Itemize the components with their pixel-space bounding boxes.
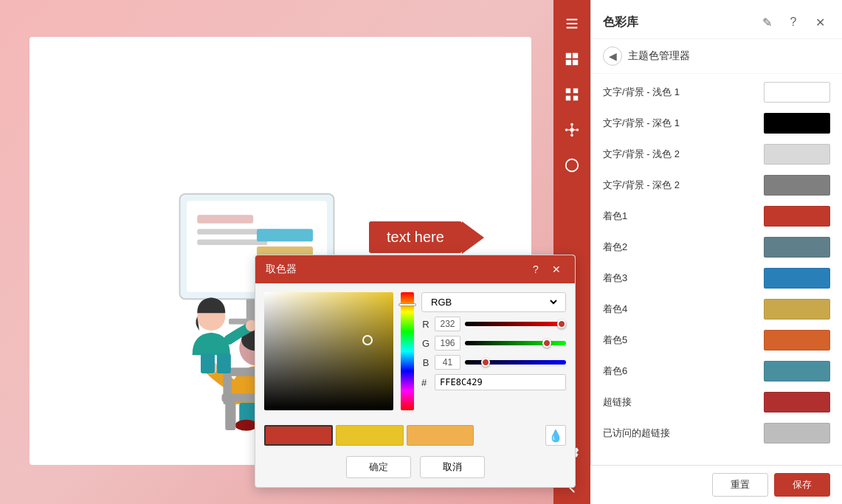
layout-btn[interactable] [557, 44, 587, 74]
grid-btn[interactable] [557, 80, 587, 109]
hash-label: # [421, 377, 430, 388]
color-swatch-8[interactable] [764, 330, 830, 351]
b-slider-thumb [481, 358, 490, 367]
color-row-1: 文字/背景 - 深色 1 [591, 108, 842, 139]
network-btn[interactable] [557, 115, 587, 145]
hex-row: # [421, 374, 566, 390]
color-row-0: 文字/背景 - 浅色 1 [591, 77, 842, 108]
g-value[interactable]: 196 [435, 336, 460, 351]
b-label: B [421, 357, 430, 368]
color-row-4: 着色1 [591, 201, 842, 232]
color-label-7: 着色4 [603, 303, 691, 316]
color-label-1: 文字/背景 - 深色 1 [603, 117, 691, 130]
color-label-11: 已访问的超链接 [603, 427, 691, 440]
svg-rect-18 [225, 402, 235, 430]
swatch-row: 💧 [255, 419, 575, 450]
svg-rect-5 [257, 229, 313, 241]
theme-back-btn[interactable]: ◀ [603, 46, 622, 66]
r-value[interactable]: 232 [435, 317, 460, 331]
swatch-red[interactable] [264, 425, 333, 446]
picker-controls: RGB HSL HSV HEX R 232 G 196 [421, 292, 566, 410]
svg-point-27 [570, 128, 574, 132]
save-button[interactable]: 保存 [774, 473, 830, 497]
color-swatch-7[interactable] [764, 299, 830, 320]
circle-btn[interactable] [557, 151, 587, 180]
g-slider-row: G 196 [421, 336, 566, 351]
color-label-4: 着色1 [603, 210, 691, 223]
svg-point-36 [566, 159, 579, 172]
color-row-6: 着色3 [591, 263, 842, 294]
color-label-8: 着色5 [603, 334, 691, 347]
svg-point-29 [576, 128, 579, 131]
picker-header: 取色器 ? ✕ [255, 255, 575, 283]
color-swatch-3[interactable] [764, 175, 830, 196]
color-swatch-4[interactable] [764, 206, 830, 227]
eyedropper-btn[interactable]: 💧 [545, 425, 566, 446]
close-icon-btn[interactable]: ✕ [810, 12, 830, 32]
picker-confirm-btn[interactable]: 确定 [346, 456, 411, 478]
hex-input[interactable] [435, 374, 566, 390]
hue-cursor [398, 303, 416, 306]
picker-cancel-btn[interactable]: 取消 [420, 456, 485, 478]
picker-footer: 确定 取消 [255, 450, 575, 487]
panel-footer: 重置 保存 [590, 465, 842, 504]
g-slider-thumb [542, 339, 551, 348]
color-row-8: 着色5 [591, 325, 842, 356]
panel-title: 色彩库 [603, 15, 638, 30]
g-slider-track[interactable] [465, 341, 566, 345]
reset-button[interactable]: 重置 [712, 473, 768, 497]
color-row-5: 着色2 [591, 232, 842, 263]
color-swatch-6[interactable] [764, 268, 830, 289]
text-badge: text here [369, 221, 462, 253]
theme-manager-label: 主题色管理器 [628, 49, 690, 63]
picker-close-icon[interactable]: ✕ [548, 261, 565, 277]
color-swatch-2[interactable] [764, 144, 830, 165]
text-badge-label: text here [387, 229, 444, 246]
svg-point-28 [565, 128, 568, 131]
color-swatch-10[interactable] [764, 392, 830, 412]
color-list: 文字/背景 - 浅色 1文字/背景 - 深色 1文字/背景 - 浅色 2文字/背… [591, 74, 842, 482]
color-swatch-5[interactable] [764, 237, 830, 258]
picker-body: RGB HSL HSV HEX R 232 G 196 [255, 283, 575, 419]
b-value[interactable]: 41 [435, 355, 460, 370]
panel-icons: ✎ ? ✕ [756, 12, 830, 32]
color-row-9: 着色6 [591, 356, 842, 387]
svg-rect-25 [201, 353, 215, 373]
picker-title: 取色器 [266, 263, 297, 276]
theme-manager-row: ◀ 主题色管理器 [591, 39, 842, 74]
color-label-10: 超链接 [603, 396, 691, 409]
mode-select[interactable]: RGB HSL HSV HEX [428, 296, 559, 308]
help-icon-btn[interactable]: ? [783, 12, 804, 32]
color-swatch-0[interactable] [764, 82, 830, 103]
color-label-3: 文字/背景 - 深色 2 [603, 179, 691, 192]
color-label-6: 着色3 [603, 272, 691, 285]
svg-rect-2 [197, 215, 253, 223]
svg-point-31 [570, 134, 573, 137]
color-swatch-1[interactable] [764, 113, 830, 134]
color-label-2: 文字/背景 - 浅色 2 [603, 148, 691, 161]
color-swatch-9[interactable] [764, 361, 830, 382]
gradient-canvas[interactable] [264, 292, 393, 410]
r-slider-thumb [557, 320, 566, 328]
color-label-0: 文字/背景 - 浅色 1 [603, 86, 691, 99]
picker-help-icon[interactable]: ? [528, 261, 544, 277]
mode-dropdown[interactable]: RGB HSL HSV HEX [421, 292, 566, 312]
hue-strip[interactable] [401, 292, 414, 410]
swatch-yellow[interactable] [336, 425, 403, 446]
gradient-cursor [362, 335, 373, 345]
color-swatch-11[interactable] [764, 423, 830, 443]
swatch-orange[interactable] [407, 425, 474, 446]
color-label-9: 着色6 [603, 365, 691, 378]
color-row-7: 着色4 [591, 294, 842, 325]
panel-header: 色彩库 ✎ ? ✕ [591, 0, 842, 39]
g-label: G [421, 338, 430, 349]
svg-point-30 [570, 123, 573, 126]
b-slider-row: B 41 [421, 355, 566, 370]
slide-btn[interactable] [557, 9, 587, 38]
r-slider-track[interactable] [465, 322, 566, 326]
edit-icon-btn[interactable]: ✎ [756, 12, 777, 32]
color-row-3: 文字/背景 - 深色 2 [591, 170, 842, 201]
b-slider-track[interactable] [465, 360, 566, 365]
color-label-5: 着色2 [603, 241, 691, 254]
svg-rect-4 [197, 240, 267, 246]
